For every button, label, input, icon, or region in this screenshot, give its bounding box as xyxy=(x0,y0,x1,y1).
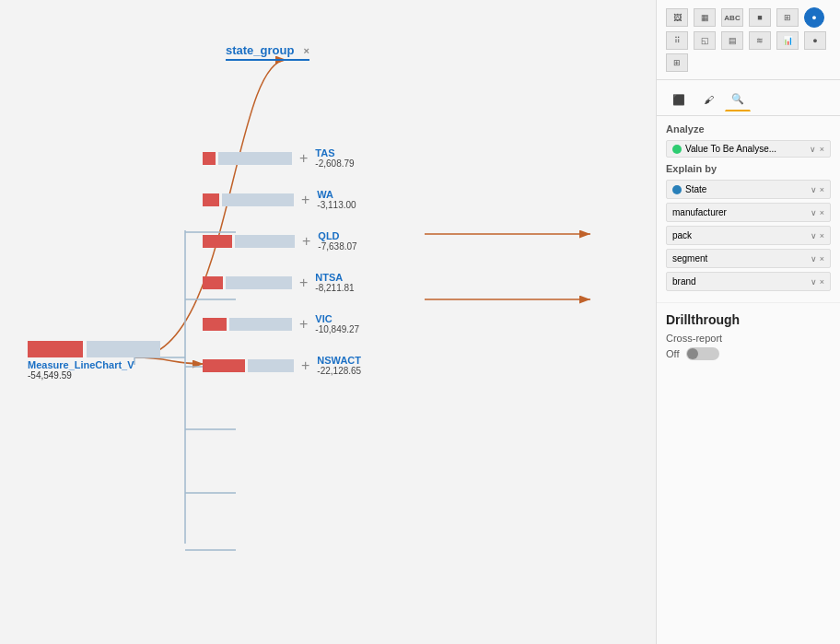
tab-analyze[interactable]: 🔍 xyxy=(725,88,751,111)
bar-row xyxy=(203,193,294,206)
drillthrough-section: Drillthrough Cross-report Off xyxy=(657,303,840,369)
field-left: manufacturer xyxy=(672,207,727,217)
field-name: State xyxy=(685,184,706,194)
value-field-label: Value To Be Analyse... xyxy=(685,144,776,154)
expand-button[interactable]: + xyxy=(299,316,308,333)
state-group-text: state_group xyxy=(226,43,294,57)
field-name: pack xyxy=(672,230,692,240)
field-left: segment xyxy=(672,253,707,263)
expand-button[interactable]: + xyxy=(301,192,309,208)
branch-value: -10,849.27 xyxy=(315,324,359,334)
tab-fields[interactable]: ⬛ xyxy=(666,88,692,111)
field-left: brand xyxy=(672,276,696,287)
explain-field-segment[interactable]: segment ∨ × xyxy=(666,249,831,268)
toggle-off-label: Off xyxy=(666,348,679,359)
icon-row-1: 🖼 ▦ ABC ■ ⊞ ● xyxy=(666,7,831,28)
branch-name: WA xyxy=(317,189,356,200)
toggle-row: Off xyxy=(666,347,831,360)
root-label: Measure_LineChart_V xyxy=(28,359,160,370)
root-bar-group xyxy=(28,341,160,357)
field-left: pack xyxy=(672,230,692,240)
expand-button[interactable]: + xyxy=(299,150,308,167)
expand-button[interactable]: + xyxy=(299,275,308,291)
list-item: + NTSA -8,211.81 xyxy=(203,272,361,293)
grid-icon[interactable]: ⊞ xyxy=(776,8,799,27)
gray-bar xyxy=(235,235,295,248)
analyze-title: Analyze xyxy=(666,123,831,135)
root-value: -54,549.59 xyxy=(28,370,160,381)
explain-field-brand[interactable]: brand ∨ × xyxy=(666,272,831,291)
expand-button[interactable]: + xyxy=(302,233,310,250)
chevron-down-icon[interactable]: ∨ xyxy=(810,145,816,154)
red-bar xyxy=(203,276,223,289)
table-icon[interactable]: ▦ xyxy=(694,8,716,27)
green-dot-icon xyxy=(672,145,682,154)
close-icon[interactable]: × xyxy=(820,277,824,287)
dots-grid-icon[interactable]: ⠿ xyxy=(666,31,688,50)
gauge-icon[interactable]: ◱ xyxy=(694,31,716,50)
toggle-switch[interactable] xyxy=(686,347,719,360)
image-icon[interactable]: 🖼 xyxy=(666,8,688,27)
tab-format[interactable]: 🖌 xyxy=(695,88,721,111)
state-group-close[interactable]: × xyxy=(303,45,309,56)
explain-field-state[interactable]: State ∨ × xyxy=(666,180,831,199)
explain-field-manufacturer[interactable]: manufacturer ∨ × xyxy=(666,203,831,222)
branch-info-nswact: NSWACT -22,128.65 xyxy=(317,355,361,376)
branch-name: TAS xyxy=(315,147,354,158)
list-item: + NSWACT -22,128.65 xyxy=(203,355,361,376)
root-gray-bar xyxy=(87,341,160,357)
close-icon[interactable]: × xyxy=(820,145,824,154)
icon-row-3: ⊞ xyxy=(666,53,831,72)
branch-info-qld: QLD -7,638.07 xyxy=(318,230,356,252)
close-icon[interactable]: × xyxy=(820,208,824,217)
field-right: ∨ × xyxy=(811,231,824,240)
gray-bar xyxy=(218,152,292,165)
gray-bar xyxy=(226,276,292,289)
close-icon[interactable]: × xyxy=(820,185,824,194)
branch-name: VIC xyxy=(315,313,359,324)
branch-info-wa: WA -3,113.00 xyxy=(317,189,356,210)
close-icon[interactable]: × xyxy=(820,231,824,240)
gray-bar xyxy=(248,359,294,372)
branch-value: -3,113.00 xyxy=(317,200,356,210)
value-field-pill[interactable]: Value To Be Analyse... ∨ × xyxy=(666,140,831,158)
field-name: manufacturer xyxy=(672,207,727,217)
right-panel: 🖼 ▦ ABC ■ ⊞ ● ⠿ ◱ ▤ ≋ 📊 ● ⊞ ⬛ 🖌 xyxy=(656,0,840,644)
branch-bar-tas xyxy=(203,152,292,165)
root-red-bar xyxy=(28,341,83,357)
list-item: + VIC -10,849.27 xyxy=(203,313,361,334)
red-bar xyxy=(203,152,216,165)
branch-bar-qld xyxy=(203,235,295,248)
chevron-down-icon[interactable]: ∨ xyxy=(811,208,817,217)
branch-info-ntsa: NTSA -8,211.81 xyxy=(315,272,354,293)
chevron-down-icon[interactable]: ∨ xyxy=(811,277,817,287)
expand-button[interactable]: + xyxy=(301,357,309,374)
branch-bar-wa xyxy=(203,193,294,206)
abc-icon[interactable]: ABC xyxy=(721,8,743,27)
chart-area: state_group × Measure_LineChart_V -54,54… xyxy=(0,0,656,644)
branch-value: -2,608.79 xyxy=(315,158,354,169)
dot-icon[interactable]: ● xyxy=(804,31,826,50)
circle-icon[interactable]: ● xyxy=(804,7,824,28)
field-right: ∨ × xyxy=(811,208,824,217)
explain-field-pack[interactable]: pack ∨ × xyxy=(666,226,831,245)
close-icon[interactable]: × xyxy=(820,254,824,263)
red-bar xyxy=(203,235,232,248)
table2-icon[interactable]: ▤ xyxy=(721,31,743,50)
bar-row xyxy=(203,318,292,331)
gray-bar xyxy=(229,318,292,331)
red-bar xyxy=(203,193,219,206)
grid2-icon[interactable]: ⊞ xyxy=(666,53,688,72)
list-item: + TAS -2,608.79 xyxy=(203,147,361,169)
block-icon[interactable]: ■ xyxy=(749,8,771,27)
gray-bar xyxy=(222,193,294,206)
field-right: ∨ × xyxy=(811,254,824,263)
bar-row xyxy=(203,359,294,372)
chevron-down-icon[interactable]: ∨ xyxy=(811,231,817,240)
branch-info-tas: TAS -2,608.79 xyxy=(315,147,354,169)
chevron-down-icon[interactable]: ∨ xyxy=(811,254,817,263)
chevron-down-icon[interactable]: ∨ xyxy=(811,185,817,194)
state-group-label: state_group × xyxy=(226,43,309,61)
chart-icon[interactable]: 📊 xyxy=(776,31,799,50)
wave-icon[interactable]: ≋ xyxy=(749,31,771,50)
